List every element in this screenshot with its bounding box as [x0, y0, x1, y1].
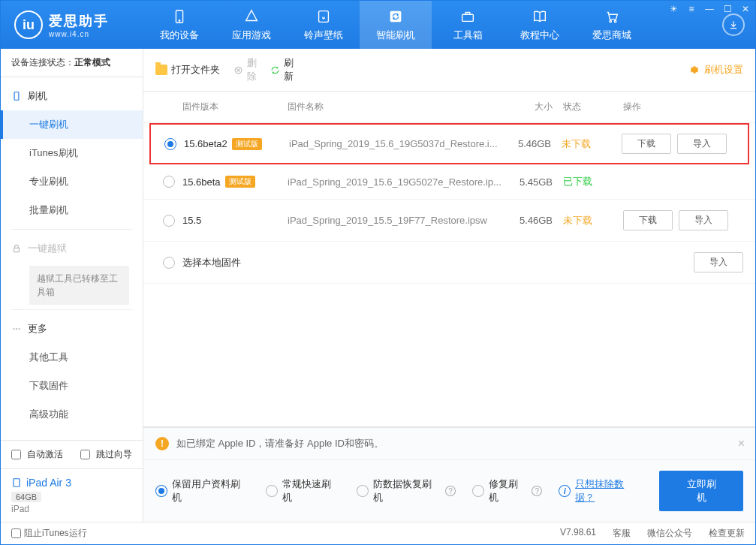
local-firmware-label: 选择本地固件 [182, 256, 623, 269]
nav-flash[interactable]: 智能刷机 [360, 1, 432, 49]
minimize-icon[interactable]: — [704, 4, 715, 14]
device-info[interactable]: iPad Air 3 64GB iPad [1, 468, 143, 522]
radio-unselected[interactable] [163, 215, 175, 227]
download-button[interactable]: 下载 [623, 210, 673, 230]
radio-selected[interactable] [164, 138, 176, 150]
delete-button[interactable]: 删除 [233, 56, 257, 83]
svg-rect-9 [14, 248, 20, 251]
nav-tutorials[interactable]: 教程中心 [504, 1, 576, 49]
menu-icon[interactable]: ≡ [686, 4, 697, 14]
support-link[interactable]: 客服 [613, 527, 631, 540]
maximize-icon[interactable]: ☐ [722, 4, 733, 14]
firmware-name: iPad_Spring_2019_15.6_19G5037d_Restore.i… [289, 138, 501, 149]
flash-now-button[interactable]: 立即刷机 [659, 471, 743, 511]
flash-settings-button[interactable]: 刷机设置 [688, 63, 743, 77]
sidebar-item-itunes-flash[interactable]: iTunes刷机 [1, 139, 143, 167]
music-icon [315, 8, 333, 26]
sidebar-item-pro-flash[interactable]: 专业刷机 [1, 167, 143, 196]
nav-label: 应用游戏 [232, 29, 271, 42]
erase-data-link[interactable]: i只想抹除数据？ [559, 477, 643, 504]
nav-my-device[interactable]: 我的设备 [143, 1, 215, 49]
warning-icon: ! [155, 437, 169, 450]
info-icon: i [559, 485, 571, 497]
ipad-icon [11, 477, 22, 488]
block-itunes-checkbox[interactable]: 阻止iTunes运行 [11, 527, 87, 540]
firmware-row[interactable]: 15.6beta2测试版 iPad_Spring_2019_15.6_19G50… [149, 123, 749, 164]
nav-apps[interactable]: 应用游戏 [215, 1, 288, 49]
sidebar-item-advanced[interactable]: 高级功能 [1, 400, 143, 429]
warning-banner: ! 如已绑定 Apple ID，请准备好 Apple ID和密码。 × [143, 428, 755, 460]
nav-label: 我的设备 [160, 29, 199, 42]
check-update-link[interactable]: 检查更新 [709, 527, 745, 540]
device-icon [170, 8, 188, 26]
connection-status: 设备连接状态：正常模式 [1, 49, 143, 77]
sidebar-item-other-tools[interactable]: 其他工具 [1, 343, 143, 372]
app-header: iu 爱思助手 www.i4.cn 我的设备 应用游戏 铃声壁纸 智能刷机 工具… [1, 1, 755, 49]
sidebar-item-download-firmware[interactable]: 下载固件 [1, 372, 143, 400]
local-firmware-row[interactable]: 选择本地固件 导入 [143, 242, 755, 284]
warning-text: 如已绑定 Apple ID，请准备好 Apple ID和密码。 [176, 437, 384, 450]
auto-activate-row: 自动激活 跳过向导 [1, 441, 143, 468]
firmware-name: iPad_Spring_2019_15.6_19G5027e_Restore.i… [288, 176, 503, 188]
import-button[interactable]: 导入 [679, 210, 728, 230]
svg-point-6 [610, 20, 611, 22]
table-header: 固件版本 固件名称 大小 状态 操作 [143, 92, 755, 123]
download-indicator[interactable] [722, 14, 745, 36]
help-icon[interactable]: ? [445, 486, 456, 496]
beta-tag: 测试版 [225, 176, 255, 188]
close-warning-icon[interactable]: × [738, 437, 745, 450]
auto-activate-checkbox[interactable] [11, 450, 21, 459]
toolbox-icon [459, 8, 477, 26]
toolbar: 打开文件夹 删除 刷新 刷机设置 [143, 49, 755, 92]
sidebar-jailbreak-head: 一键越狱 [1, 234, 143, 263]
top-nav: 我的设备 应用游戏 铃声壁纸 智能刷机 工具箱 教程中心 爱思商城 [143, 1, 722, 49]
opt-repair-flash[interactable]: 修复刷机? [472, 477, 542, 504]
col-version: 固件版本 [182, 101, 288, 113]
download-button[interactable]: 下载 [622, 134, 671, 154]
sidebar-item-oneclick-flash[interactable]: 一键刷机 [1, 110, 143, 139]
svg-point-10 [14, 328, 15, 330]
import-button[interactable]: 导入 [677, 134, 727, 154]
nav-toolbox[interactable]: 工具箱 [432, 1, 504, 49]
svg-rect-4 [390, 11, 402, 23]
nav-store[interactable]: 爱思商城 [576, 1, 648, 49]
col-name: 固件名称 [288, 101, 503, 113]
svg-rect-5 [462, 14, 474, 21]
skip-guide-checkbox[interactable] [80, 450, 90, 459]
firmware-row[interactable]: 15.5 iPad_Spring_2019_15.5_19F77_Restore… [143, 200, 755, 242]
device-name-text: iPad Air 3 [26, 477, 71, 489]
wechat-link[interactable]: 微信公众号 [647, 527, 692, 540]
firmware-status: 未下载 [562, 137, 622, 151]
firmware-list: 15.6beta2测试版 iPad_Spring_2019_15.6_19G50… [143, 123, 755, 426]
refresh-button[interactable]: 刷新 [270, 56, 294, 83]
flash-options: 保留用户资料刷机 常规快速刷机 防数据恢复刷机? 修复刷机? i只想抹除数据？ … [143, 460, 755, 522]
nav-label: 教程中心 [520, 29, 559, 42]
help-icon[interactable]: ? [532, 486, 542, 496]
opt-normal-flash[interactable]: 常规快速刷机 [266, 477, 340, 504]
radio-unselected[interactable] [163, 257, 175, 269]
sidebar: 设备连接状态：正常模式 刷机 一键刷机 iTunes刷机 专业刷机 批量刷机 一… [1, 49, 143, 522]
firmware-size: 5.46GB [503, 215, 563, 226]
nav-label: 铃声壁纸 [304, 29, 343, 42]
import-button[interactable]: 导入 [694, 252, 743, 272]
sidebar-item-batch-flash[interactable]: 批量刷机 [1, 196, 143, 224]
sidebar-more-head[interactable]: 更多 [1, 315, 143, 343]
nav-ringtones[interactable]: 铃声壁纸 [288, 1, 360, 49]
refresh-icon [270, 65, 280, 75]
firmware-status: 已下载 [563, 175, 623, 188]
gear-icon [688, 64, 700, 76]
close-icon[interactable]: ✕ [740, 4, 751, 14]
opt-keep-data[interactable]: 保留用户资料刷机 [155, 477, 249, 504]
nav-label: 爱思商城 [592, 29, 631, 42]
window-controls: ☀ ≡ — ☐ ✕ [668, 4, 751, 14]
bottom-panel: ! 如已绑定 Apple ID，请准备好 Apple ID和密码。 × 保留用户… [143, 426, 755, 522]
svg-point-1 [179, 20, 179, 21]
opt-anti-recovery[interactable]: 防数据恢复刷机? [357, 477, 456, 504]
device-storage: 64GB [11, 492, 41, 502]
radio-unselected[interactable] [163, 176, 175, 188]
skin-icon[interactable]: ☀ [668, 4, 679, 14]
firmware-row[interactable]: 15.6beta测试版 iPad_Spring_2019_15.6_19G502… [143, 164, 755, 200]
open-folder-button[interactable]: 打开文件夹 [155, 63, 220, 77]
jailbreak-note: 越狱工具已转移至工具箱 [29, 266, 129, 305]
sidebar-flash-head[interactable]: 刷机 [1, 82, 143, 110]
